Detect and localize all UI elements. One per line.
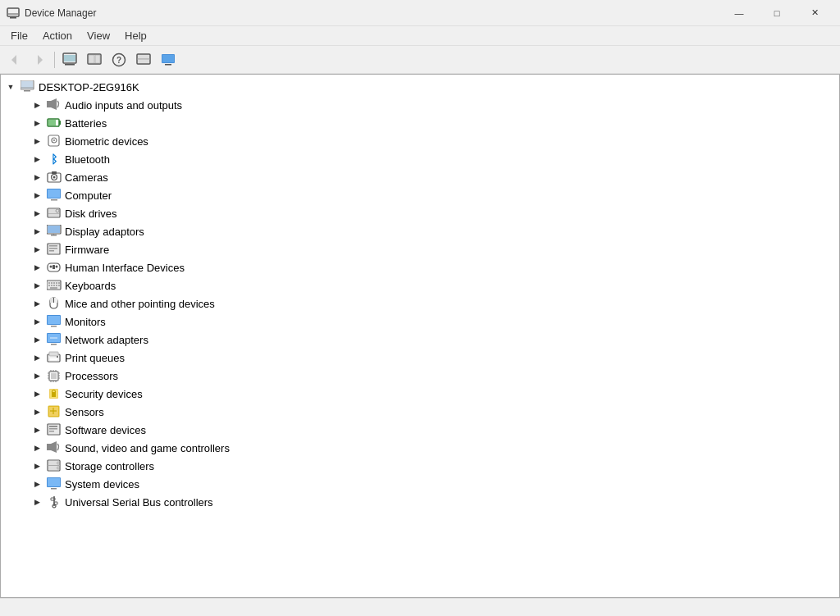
expand-arrow-sensors[interactable] — [30, 405, 43, 418]
svg-rect-15 — [138, 60, 149, 63]
software-icon — [47, 422, 62, 437]
maximize-button[interactable]: □ — [758, 0, 796, 26]
expand-arrow-bluetooth[interactable] — [30, 153, 43, 166]
computer-icon — [47, 188, 62, 203]
tree-item-display[interactable]: Display adaptors — [1, 222, 839, 240]
svg-rect-112 — [47, 444, 51, 450]
expand-arrow-software[interactable] — [30, 423, 43, 436]
expand-arrow-hid[interactable] — [30, 261, 43, 274]
processors-label: Processors — [65, 370, 118, 382]
help-button[interactable]: ? — [107, 49, 130, 71]
expand-arrow-processors[interactable] — [30, 369, 43, 382]
expand-arrow-usb[interactable] — [30, 495, 43, 509]
tree-item-sound[interactable]: Sound, video and game controllers — [1, 439, 839, 457]
tree-item-keyboards[interactable]: Keyboards — [1, 276, 839, 294]
expand-arrow-print[interactable] — [30, 351, 43, 364]
window-controls: — □ ✕ — [720, 0, 833, 26]
processors-icon — [47, 368, 62, 383]
expand-arrow-batteries[interactable] — [30, 116, 43, 130]
svg-rect-51 — [49, 248, 57, 249]
tree-item-hid[interactable]: Human Interface Devices — [1, 258, 839, 276]
title-bar: Device Manager — □ ✕ — [0, 0, 840, 26]
expand-arrow-audio[interactable] — [30, 98, 43, 112]
tree-item-firmware[interactable]: Firmware — [1, 240, 839, 258]
svg-rect-6 — [65, 64, 75, 66]
expand-arrow-sound[interactable] — [30, 441, 43, 454]
tree-item-processors[interactable]: Processors — [1, 367, 839, 385]
monitors-label: Monitors — [65, 316, 106, 328]
tree-item-bluetooth[interactable]: ᛒBluetooth — [1, 150, 839, 168]
tree-item-usb[interactable]: Universal Serial Bus controllers — [1, 493, 839, 511]
tree-item-computer[interactable]: Computer — [1, 186, 839, 204]
scan-button[interactable] — [132, 49, 155, 71]
tree-item-biometric[interactable]: Biometric devices — [1, 132, 839, 150]
expand-arrow-firmware[interactable] — [30, 243, 43, 256]
tree-item-batteries[interactable]: Batteries — [1, 114, 839, 132]
svg-point-31 — [53, 139, 55, 141]
disk-label: Disk drives — [65, 208, 117, 220]
svg-rect-9 — [89, 55, 94, 63]
network-icon — [47, 332, 62, 347]
svg-rect-62 — [56, 282, 57, 284]
menu-view[interactable]: View — [80, 27, 117, 44]
tree-item-sensors[interactable]: Sensors — [1, 403, 839, 421]
menu-bar: File Action View Help — [0, 26, 840, 46]
tree-item-system[interactable]: System devices — [1, 475, 839, 493]
expand-arrow-computer[interactable] — [30, 189, 43, 202]
svg-rect-24 — [47, 101, 51, 107]
svg-rect-19 — [165, 64, 171, 66]
audio-label: Audio inputs and outputs — [65, 99, 182, 112]
expand-arrow-mice[interactable] — [30, 297, 43, 310]
tree-item-print[interactable]: Print queues — [1, 349, 839, 367]
menu-help[interactable]: Help — [117, 27, 154, 44]
menu-file[interactable]: File — [3, 27, 35, 44]
expand-arrow-biometric[interactable] — [30, 135, 43, 148]
tree-item-storage[interactable]: Storage controllers — [1, 457, 839, 475]
svg-text:ᛒ: ᛒ — [51, 153, 57, 166]
tree-item-audio[interactable]: Audio inputs and outputs — [1, 96, 839, 114]
system-icon — [47, 477, 62, 491]
menu-action[interactable]: Action — [35, 27, 80, 44]
svg-rect-22 — [24, 90, 30, 92]
tree-item-software[interactable]: Software devices — [1, 421, 839, 439]
tree-root-node[interactable]: DESKTOP-2EG916K — [1, 78, 839, 96]
expand-arrow-network[interactable] — [30, 333, 43, 346]
svg-rect-66 — [53, 285, 55, 286]
minimize-button[interactable]: — — [720, 0, 758, 26]
expand-arrow-display[interactable] — [30, 225, 43, 238]
svg-rect-38 — [48, 189, 60, 198]
update-button[interactable] — [83, 49, 106, 71]
hid-label: Human Interface Devices — [65, 262, 185, 274]
svg-point-35 — [53, 176, 56, 179]
svg-rect-14 — [138, 55, 149, 59]
expand-arrow-storage[interactable] — [30, 459, 43, 472]
expand-arrow-cameras[interactable] — [30, 171, 43, 184]
firmware-icon — [47, 242, 62, 257]
expand-arrow-keyboards[interactable] — [30, 279, 43, 292]
forward-button[interactable] — [28, 49, 51, 71]
monitor-button[interactable] — [157, 49, 180, 71]
svg-rect-110 — [49, 428, 57, 430]
properties-button[interactable] — [58, 49, 81, 71]
expand-arrow-monitors[interactable] — [30, 315, 43, 328]
svg-text:?: ? — [116, 56, 121, 65]
mice-icon — [47, 296, 62, 311]
back-button[interactable] — [3, 49, 26, 71]
tree-item-security[interactable]: Security devices — [1, 385, 839, 403]
device-tree[interactable]: DESKTOP-2EG916K Audio inputs and outputs… — [1, 75, 839, 597]
cameras-icon — [47, 170, 62, 185]
tree-item-network[interactable]: Network adapters — [1, 331, 839, 349]
svg-rect-65 — [51, 285, 52, 286]
tree-item-mice[interactable]: Mice and other pointing devices — [1, 294, 839, 313]
expand-arrow-disk[interactable] — [30, 207, 43, 220]
tree-item-disk[interactable]: Disk drives — [1, 204, 839, 222]
svg-rect-39 — [51, 199, 57, 201]
root-expand-arrow[interactable] — [4, 80, 17, 94]
tree-item-monitors[interactable]: Monitors — [1, 313, 839, 331]
expand-arrow-system[interactable] — [30, 477, 43, 491]
bluetooth-icon: ᛒ — [47, 152, 62, 167]
svg-rect-61 — [53, 282, 55, 284]
expand-arrow-security[interactable] — [30, 387, 43, 400]
close-button[interactable]: ✕ — [796, 0, 833, 26]
tree-item-cameras[interactable]: Cameras — [1, 168, 839, 186]
